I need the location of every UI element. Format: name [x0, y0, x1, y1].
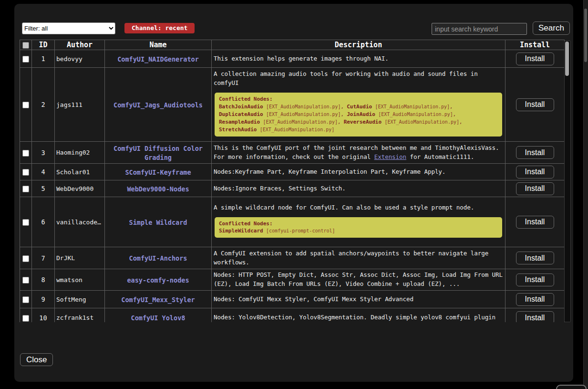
row-checkbox[interactable]	[22, 169, 29, 176]
conflict-node-source: [EXT_AudioManipulation.py]	[266, 112, 341, 117]
install-button[interactable]: Install	[516, 146, 554, 159]
description-cell: This is the ComfyUI port of the joint re…	[212, 142, 505, 164]
checkbox-cell	[20, 308, 32, 323]
conflict-node-name: ResampleAudio	[219, 119, 260, 125]
id-cell: 4	[32, 164, 55, 180]
custom-nodes-dialog: Filter: all Channel: recent Search ID Au…	[14, 4, 573, 382]
node-name-link[interactable]: ComfyUI Yolov8	[131, 314, 186, 322]
conflict-node-source: [comfyui-prompt-control]	[266, 228, 335, 233]
row-checkbox[interactable]	[22, 277, 29, 284]
filter-select[interactable]: Filter: all	[22, 22, 115, 34]
table-row: 10zcfrank1stComfyUI Yolov8Nodes: Yolov8D…	[20, 308, 565, 323]
author-cell: wmatson	[55, 269, 105, 291]
node-name-link[interactable]: ComfyUI_NAIDGenerator	[117, 55, 199, 63]
custom-nodes-table: ID Author Name Description Install 1bedo…	[20, 40, 565, 322]
install-cell: Install	[505, 291, 565, 308]
row-checkbox[interactable]	[22, 102, 29, 108]
description-cell: Nodes: ComfyUI Mexx Styler, ComfyUI Mexx…	[212, 291, 505, 308]
row-checkbox[interactable]	[22, 186, 29, 192]
install-button[interactable]: Install	[516, 273, 554, 286]
checkbox-cell	[20, 50, 32, 68]
row-checkbox[interactable]	[22, 296, 29, 303]
table-scrollbar[interactable]	[564, 41, 571, 322]
install-button[interactable]: Install	[516, 182, 554, 195]
node-name-link[interactable]: easy-comfy-nodes	[127, 276, 189, 284]
table-row: 6vanillacode…Simple WildcardA simple wil…	[20, 197, 565, 247]
search-input[interactable]	[432, 23, 527, 35]
author-cell: zcfrank1st	[55, 308, 105, 323]
description-cell: This extension helps generate images thr…	[212, 50, 505, 68]
conflicted-nodes-box: Conflicted Nodes:BatchJoinAudio [EXT_Aud…	[215, 93, 502, 137]
table-row: 9SoftMengComfyUI_Mexx_StylerNodes: Comfy…	[20, 291, 565, 308]
conflict-node-source: [EXT_AudioManipulation.py]	[263, 119, 338, 125]
table-row: 5WebDev9000WebDev9000-NodesNodes:Ignore …	[20, 180, 565, 197]
channel-badge[interactable]: Channel: recent	[124, 23, 195, 33]
node-name-link[interactable]: ComfyUI-Anchors	[129, 254, 187, 262]
name-cell: ComfyUI_Jags_Audiotools	[105, 68, 212, 142]
author-cell: jags111	[55, 68, 105, 142]
install-cell: Install	[505, 50, 565, 68]
table-row: 7DrJKLComfyUI-AnchorsA ComfyUI extension…	[20, 247, 565, 269]
row-checkbox[interactable]	[22, 150, 29, 157]
select-all-checkbox[interactable]	[22, 42, 29, 49]
description-cell: Nodes:Keyframe Part, Keyframe Interpolat…	[212, 164, 505, 180]
node-name-link[interactable]: WebDev9000-Nodes	[127, 185, 189, 193]
conflicted-nodes-label: Conflicted Nodes:	[219, 220, 498, 228]
header-description: Description	[212, 40, 505, 50]
conflict-node-source: [EXT_AudioManipulation.py]	[260, 127, 335, 132]
name-cell: WebDev9000-Nodes	[105, 180, 212, 197]
nodes-table-body: 1bedovyyComfyUI_NAIDGeneratorThis extens…	[20, 50, 565, 323]
name-cell: ComfyUI_NAIDGenerator	[105, 50, 212, 68]
header-install: Install	[505, 40, 565, 50]
name-cell: ComfyUI_Mexx_Styler	[105, 291, 212, 308]
id-cell: 7	[32, 247, 55, 269]
page-scrollbar[interactable]	[583, 0, 588, 389]
checkbox-cell	[20, 68, 32, 142]
header-author: Author	[55, 40, 105, 50]
close-button[interactable]: Close	[20, 353, 53, 366]
table-scrollbar-thumb[interactable]	[565, 42, 569, 76]
install-button[interactable]: Install	[516, 311, 554, 322]
background-button-partial[interactable]	[556, 385, 587, 389]
name-cell: ComfyUI Yolov8	[105, 308, 212, 323]
conflict-node-name: SimpleWildcard	[219, 228, 263, 234]
header-name: Name	[105, 40, 212, 50]
conflict-node-name: BatchJoinAudio	[219, 104, 263, 110]
node-name-link[interactable]: SComfyUI-Keyframe	[125, 168, 191, 176]
checkbox-cell	[20, 291, 32, 308]
checkbox-cell	[20, 164, 32, 180]
row-checkbox[interactable]	[22, 315, 29, 322]
search-button[interactable]: Search	[533, 21, 570, 35]
install-button[interactable]: Install	[516, 166, 554, 179]
node-name-link[interactable]: Simple Wildcard	[129, 219, 187, 226]
conflict-node-name: DuplicateAudio	[219, 111, 263, 117]
page-scrollbar-thumb[interactable]	[584, 9, 587, 62]
node-name-link[interactable]: ComfyUI_Jags_Audiotools	[113, 101, 203, 109]
install-button[interactable]: Install	[516, 293, 554, 306]
description-cell: Nodes: Yolov8Detection, Yolov8Segmentati…	[212, 308, 505, 323]
row-checkbox[interactable]	[22, 56, 29, 63]
name-cell: easy-comfy-nodes	[105, 269, 212, 291]
install-button[interactable]: Install	[516, 252, 554, 264]
install-button[interactable]: Install	[516, 216, 554, 229]
name-cell: SComfyUI-Keyframe	[105, 164, 212, 180]
checkbox-cell	[20, 247, 32, 269]
node-name-link[interactable]: ComfyUI_Mexx_Styler	[121, 296, 195, 304]
id-cell: 6	[32, 197, 55, 247]
install-cell: Install	[505, 308, 565, 323]
conflict-node-name: CutAudio	[347, 104, 372, 110]
conflict-node-name: ReverseAudio	[344, 119, 382, 125]
description-cell: Nodes:Ignore Braces, Settings Switch.	[212, 180, 505, 197]
node-name-link[interactable]: ComfyUI Diffusion Color Grading	[113, 145, 203, 161]
header-id: ID	[32, 40, 55, 50]
checkbox-cell	[20, 197, 32, 247]
install-button[interactable]: Install	[516, 98, 554, 111]
install-button[interactable]: Install	[516, 53, 554, 65]
id-cell: 10	[32, 308, 55, 323]
row-checkbox[interactable]	[22, 255, 29, 262]
install-cell: Install	[505, 197, 565, 247]
install-cell: Install	[505, 180, 565, 197]
row-checkbox[interactable]	[22, 219, 29, 226]
conflicted-nodes-box: Conflicted Nodes:SimpleWildcard [comfyui…	[215, 217, 502, 238]
description-link[interactable]: Extension	[374, 153, 406, 160]
